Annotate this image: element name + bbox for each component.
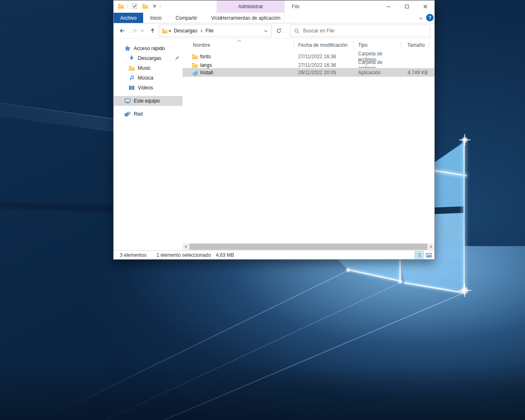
wallpaper-glint xyxy=(345,267,351,273)
search-icon xyxy=(294,28,300,34)
explorer-window: Administrar File Archivo Inicio Comparti… xyxy=(113,0,435,260)
close-button[interactable] xyxy=(416,0,434,12)
thumbnails-view-button[interactable] xyxy=(424,251,433,259)
wallpaper-ray xyxy=(28,282,400,420)
maximize-button[interactable] xyxy=(397,0,416,12)
wallpaper-beam-glow xyxy=(0,246,525,420)
navigation-toolbar: « Descargas File xyxy=(114,23,434,39)
sidebar-item-acceso-rapido[interactable]: Acceso rápido xyxy=(114,43,183,53)
sidebar-item-videos[interactable]: Vídeos xyxy=(114,83,183,93)
chevron-down-icon xyxy=(140,28,145,33)
wallpaper-flare xyxy=(464,134,465,146)
film-icon xyxy=(128,84,135,91)
address-bar[interactable]: « Descargas File xyxy=(159,25,272,37)
minimize-button[interactable] xyxy=(379,0,397,12)
items-count: 3 elementos xyxy=(120,252,146,258)
sidebar-item-music[interactable]: Music xyxy=(114,63,183,73)
file-type: Aplicación xyxy=(354,70,401,75)
forward-button[interactable] xyxy=(129,26,140,36)
wallpaper-flare xyxy=(458,290,471,291)
chevron-right-icon[interactable] xyxy=(199,28,204,33)
wallpaper-ray xyxy=(23,270,348,420)
svg-text:?: ? xyxy=(429,15,431,20)
computer-icon xyxy=(124,98,131,104)
new-folder-icon xyxy=(142,3,148,9)
sidebar-item-label: Descargas xyxy=(138,55,161,61)
folder-icon xyxy=(192,62,198,68)
folder-icon xyxy=(118,3,124,9)
view-toggle-buttons xyxy=(415,251,433,259)
recent-locations-button[interactable] xyxy=(139,26,146,36)
file-row-install[interactable]: Install 26/11/2022 20:05 Aplicación 4.74… xyxy=(183,68,434,77)
file-list-empty-area[interactable] xyxy=(183,77,434,243)
refresh-icon xyxy=(276,27,282,34)
tab-compartir[interactable]: Compartir xyxy=(169,13,204,23)
sidebar-item-este-equipo[interactable]: Este equipo xyxy=(114,96,183,106)
wallpaper-glint xyxy=(461,136,468,144)
sidebar-item-musica[interactable]: Música xyxy=(114,73,183,83)
selection-size: 4,63 MB xyxy=(216,252,234,258)
column-header-fecha[interactable]: Fecha de modificación xyxy=(294,41,354,49)
breadcrumb-descargas[interactable]: Descargas xyxy=(172,28,199,34)
horizontal-scrollbar[interactable] xyxy=(183,243,434,250)
sidebar-item-red[interactable]: Red xyxy=(114,109,183,119)
wallpaper-glint xyxy=(398,279,403,284)
qat-properties-button[interactable] xyxy=(130,2,139,10)
address-dropdown-button[interactable] xyxy=(263,28,269,34)
file-modified: 27/11/2022 16:36 xyxy=(294,62,354,68)
wallpaper-pane-edge xyxy=(404,282,465,293)
wallpaper-pane-edge-right xyxy=(463,142,465,291)
wallpaper-flare xyxy=(464,284,465,297)
tab-archivo[interactable]: Archivo xyxy=(114,13,143,23)
scrollbar-thumb[interactable] xyxy=(189,244,427,250)
tab-inicio[interactable]: Inicio xyxy=(143,13,169,23)
up-button[interactable] xyxy=(147,26,158,36)
sidebar-item-label: Este equipo xyxy=(134,98,160,104)
refresh-button[interactable] xyxy=(274,26,284,36)
folder-icon xyxy=(192,53,198,60)
sidebar-item-label: Acceso rápido xyxy=(134,46,165,51)
file-modified: 27/11/2022 16:36 xyxy=(294,54,354,59)
wallpaper-bottom-shade xyxy=(0,363,525,420)
download-icon xyxy=(128,55,135,62)
window-system-icon[interactable] xyxy=(117,2,125,10)
search-box xyxy=(290,25,430,37)
column-header-row: Nombre Fecha de modificación Tipo Tamaño xyxy=(183,39,434,51)
details-view-button[interactable] xyxy=(415,251,424,259)
search-input[interactable] xyxy=(303,28,430,34)
sidebar-item-descargas[interactable]: Descargas xyxy=(114,53,183,63)
status-bar: 3 elementos 1 elemento seleccionado 4,63… xyxy=(114,250,434,259)
selection-count: 1 elemento seleccionado xyxy=(156,252,211,258)
wallpaper-pane-edge xyxy=(399,260,401,282)
file-row-langs[interactable]: langs 27/11/2022 16:36 Carpeta de archiv… xyxy=(183,59,434,68)
wallpaper-pane-edge xyxy=(348,269,400,281)
properties-icon xyxy=(131,3,138,9)
qat-customize-button[interactable] xyxy=(152,2,158,10)
back-button[interactable] xyxy=(117,26,128,36)
column-header-nombre[interactable]: Nombre xyxy=(183,41,294,49)
sidebar-item-label: Vídeos xyxy=(138,85,153,91)
music-note-icon xyxy=(128,75,135,81)
breadcrumb-truncation[interactable]: « xyxy=(168,28,172,34)
file-name: langs xyxy=(200,62,212,68)
qat-new-folder-button[interactable] xyxy=(141,2,149,10)
maximize-icon xyxy=(404,3,410,10)
column-header-tipo[interactable]: Tipo xyxy=(354,41,401,49)
tab-herramientas-de-aplicacion[interactable]: Herramientas de aplicación xyxy=(217,13,285,23)
contextual-tab-group-label: Administrar xyxy=(217,0,285,13)
chevron-down-icon xyxy=(263,28,269,34)
breadcrumb-file[interactable]: File xyxy=(204,28,215,34)
sidebar-item-label: Music xyxy=(138,65,151,71)
file-row-fonts[interactable]: fonts 27/11/2022 16:36 Carpeta de archiv… xyxy=(183,51,434,59)
column-header-tamano[interactable]: Tamaño xyxy=(401,41,429,49)
folder-icon xyxy=(128,65,135,71)
thumbnails-view-icon xyxy=(426,252,432,258)
scroll-right-button[interactable] xyxy=(427,243,434,250)
help-button[interactable]: ? xyxy=(426,14,434,21)
expand-ribbon-button[interactable] xyxy=(418,15,425,22)
window-controls xyxy=(379,0,434,12)
wallpaper-flare xyxy=(459,139,470,140)
dropdown-arrow-icon xyxy=(152,4,157,9)
scroll-left-button[interactable] xyxy=(183,243,189,250)
arrow-right-icon xyxy=(131,27,138,34)
